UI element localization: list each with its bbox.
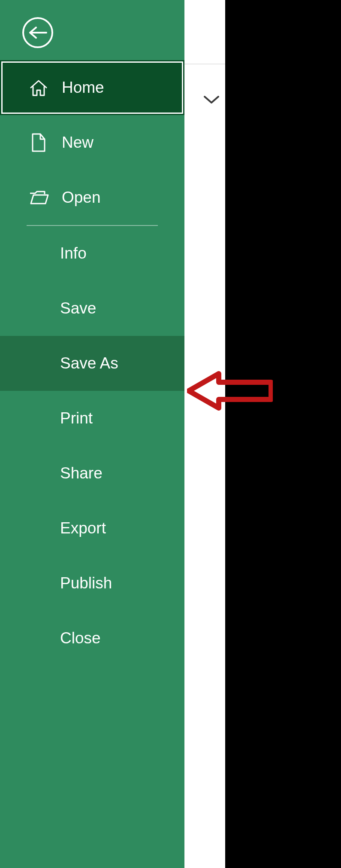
open-folder-icon [27,189,51,206]
nav-export[interactable]: Export [0,501,184,556]
nav-save-as-label: Save As [60,354,118,372]
nav-close-label: Close [60,629,101,647]
new-file-icon [27,132,51,153]
nav-save-as[interactable]: Save As [0,336,184,391]
chevron-down-icon[interactable] [202,90,221,110]
nav-save-label: Save [60,299,96,317]
nav-open-label: Open [62,189,101,207]
content-panel-sliver [184,0,225,868]
nav-publish[interactable]: Publish [0,556,184,611]
nav-home-label: Home [62,79,104,97]
nav-share[interactable]: Share [0,446,184,501]
nav-info[interactable]: Info [0,226,184,281]
nav-print-label: Print [60,409,93,427]
nav-share-label: Share [60,464,103,482]
back-button[interactable] [22,17,53,48]
nav-export-label: Export [60,519,106,537]
backstage-nav: Home New Open [0,60,184,666]
nav-home[interactable]: Home [0,60,184,115]
home-icon [27,78,51,97]
nav-new[interactable]: New [0,115,184,170]
nav-info-label: Info [60,244,87,262]
nav-open[interactable]: Open [0,170,184,225]
panel-divider [184,64,225,64]
nav-new-label: New [62,134,94,152]
nav-publish-label: Publish [60,574,112,592]
nav-close[interactable]: Close [0,611,184,666]
file-backstage-sidebar: Home New Open [0,0,184,868]
nav-print[interactable]: Print [0,391,184,446]
nav-save[interactable]: Save [0,281,184,336]
